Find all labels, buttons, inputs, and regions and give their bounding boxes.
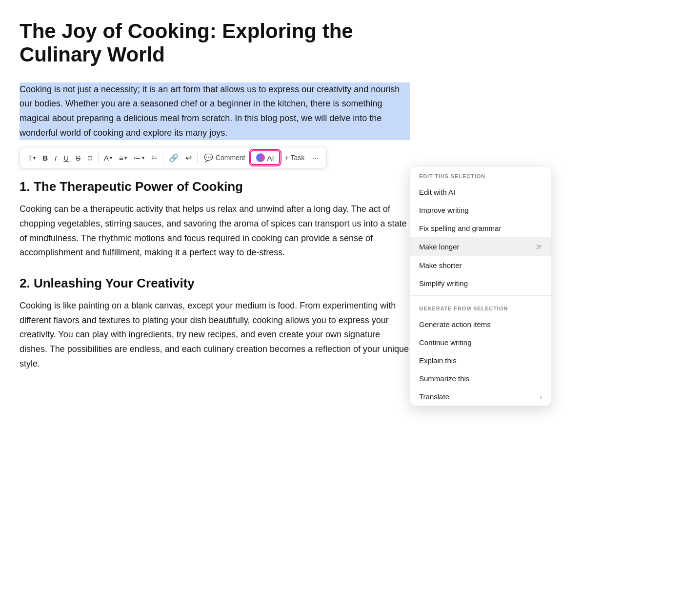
link-button[interactable]: 🔗 [166, 151, 181, 164]
section-2-body: Cooking is like painting on a blank canv… [20, 299, 410, 371]
italic-button[interactable]: I [52, 152, 60, 164]
menu-item-explain-this[interactable]: Explain this [410, 351, 551, 370]
menu-item-simplify-writing[interactable]: Simplify writing [410, 274, 551, 292]
ai-context-menu: EDIT THIS SELECTION Edit with AI Improve… [410, 166, 551, 406]
underline-button[interactable]: U [60, 152, 72, 164]
document-content: The Joy of Cooking: Exploring the Culina… [0, 0, 429, 407]
align-button[interactable]: ≡ ▾ [116, 152, 130, 164]
frame-button[interactable]: ⊡ [84, 152, 96, 164]
cursor-icon: ☞ [535, 242, 542, 251]
undo-button[interactable]: ↩ [182, 151, 195, 164]
menu-item-summarize-this[interactable]: Summarize this [410, 370, 551, 388]
task-button[interactable]: + Task [281, 152, 309, 164]
menu-item-make-shorter[interactable]: Make shorter [410, 256, 551, 274]
selected-text: Cooking is not just a necessity; it is a… [20, 84, 400, 138]
toolbar-divider-3 [197, 153, 198, 163]
more-options-button[interactable]: ··· [309, 152, 321, 164]
selected-paragraph: Cooking is not just a necessity; it is a… [20, 82, 410, 141]
translate-arrow-icon: › [540, 393, 542, 401]
bold-button[interactable]: B [40, 152, 51, 164]
edit-section-header: EDIT THIS SELECTION [410, 166, 551, 183]
text-style-button[interactable]: T ▾ [25, 152, 39, 164]
menu-item-continue-writing[interactable]: Continue writing [410, 333, 551, 351]
ai-icon [256, 153, 265, 162]
menu-divider [410, 295, 551, 296]
strikethrough-button[interactable]: S [73, 152, 83, 164]
section-1-heading: 1. The Therapeutic Power of Cooking [20, 179, 410, 194]
ai-button[interactable]: AI [250, 150, 280, 165]
menu-item-generate-action-items[interactable]: Generate action items [410, 315, 551, 333]
menu-item-fix-spelling[interactable]: Fix spelling and grammar [410, 219, 551, 237]
toolbar-divider-2 [163, 153, 163, 163]
outdent-button[interactable]: ⊨ [148, 151, 161, 164]
section-2-heading: 2. Unleashing Your Creativity [20, 276, 410, 291]
generate-section-header: GENERATE FROM SELECTION [410, 299, 551, 315]
list-button[interactable]: ≔ ▾ [131, 151, 147, 164]
section-1-body: Cooking can be a therapeutic activity th… [20, 202, 410, 260]
menu-item-translate[interactable]: Translate › [410, 388, 551, 406]
formatting-toolbar: T ▾ B I U S ⊡ A ▾ ≡ ▾ ≔ ▾ ⊨ [20, 147, 327, 168]
menu-item-improve-writing[interactable]: Improve writing [410, 201, 551, 219]
menu-item-make-longer[interactable]: Make longer ☞ [410, 237, 551, 256]
document-title: The Joy of Cooking: Exploring the Culina… [20, 20, 410, 67]
comment-button[interactable]: 💬 Comment [200, 151, 249, 164]
menu-item-edit-with-ai[interactable]: Edit with AI [410, 183, 551, 201]
toolbar-divider-1 [98, 153, 99, 163]
font-color-button[interactable]: A ▾ [101, 152, 115, 164]
